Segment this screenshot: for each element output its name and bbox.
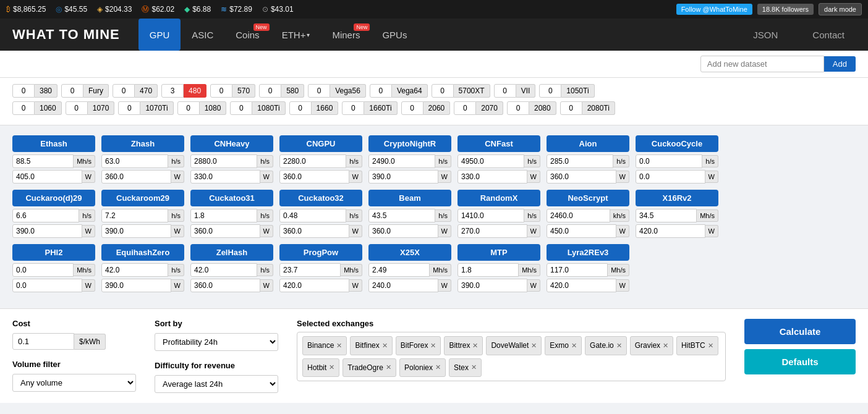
gpu-count-1070[interactable] [66,101,88,115]
gpu-count-1050ti[interactable] [539,84,561,98]
algo-button-aion[interactable]: Aion [547,135,629,152]
nav-miners[interactable]: Miners New [321,19,371,51]
algo-button-cuckatoo31[interactable]: Cuckatoo31 [190,190,273,206]
sort-select[interactable]: Profitability 24h [155,333,278,351]
algo-watt-cnheavy[interactable] [190,170,260,184]
follow-button[interactable]: Follow @WhatToMine [676,4,752,15]
gpu-count-580[interactable] [259,84,281,98]
defaults-button[interactable]: Defaults [744,349,856,374]
gpu-label-1080ti[interactable]: 1080Ti [252,101,285,115]
algo-button-cngpu[interactable]: CNGPU [279,135,362,152]
gpu-label-1070ti[interactable]: 1070Ti [140,101,173,115]
algo-hashrate-cuckarood29[interactable] [12,209,79,222]
algo-watt-neoscrypt[interactable] [547,224,616,238]
gpu-label-2080[interactable]: 2080 [529,101,556,115]
gpu-count-vega56[interactable] [308,84,330,98]
algo-button-zhash[interactable]: Zhash [101,135,184,152]
algo-button-cnfast[interactable]: CNFast [457,135,540,152]
algo-hashrate-lyra2rev3[interactable] [547,263,608,277]
algo-button-cuckatoo32[interactable]: Cuckatoo32 [279,190,362,206]
gpu-label-1660[interactable]: 1660 [312,101,339,115]
algo-button-x25x[interactable]: X25X [368,244,451,261]
exchange-remove[interactable]: ✕ [336,342,342,350]
algo-hashrate-zhash[interactable] [101,154,168,168]
gpu-count-1080[interactable] [177,101,200,115]
cost-input[interactable] [12,333,74,350]
algo-watt-zelhash[interactable] [190,279,260,292]
gpu-count-1060[interactable] [12,101,35,115]
exchange-remove[interactable]: ✕ [571,342,577,350]
gpu-label-2070[interactable]: 2070 [476,101,503,115]
algo-button-phi2[interactable]: PHI2 [12,244,95,261]
gpu-label-2060[interactable]: 2060 [423,101,451,115]
algo-button-cuckarood29[interactable]: Cuckaroo(d)29 [12,190,95,206]
algo-hashrate-cryptonightr[interactable] [368,154,435,168]
gpu-label-1060[interactable]: 1060 [35,101,62,115]
exchange-remove[interactable]: ✕ [471,363,477,371]
algo-hashrate-cuckoocycle[interactable] [636,154,702,168]
gpu-count-480[interactable] [161,84,184,98]
algo-watt-lyra2rev3[interactable] [547,279,616,292]
gpu-label-vii[interactable]: VII [516,84,536,98]
gpu-count-5700xt[interactable] [432,84,454,98]
exchange-remove[interactable]: ✕ [435,363,441,371]
algo-hashrate-phi2[interactable] [12,263,74,277]
dark-mode-button[interactable]: dark mode [819,3,862,15]
gpu-count-1660[interactable] [289,101,312,115]
exchange-remove[interactable]: ✕ [531,342,537,350]
exchange-remove[interactable]: ✕ [329,363,334,371]
gpu-count-570[interactable] [210,84,232,98]
algo-watt-phi2[interactable] [12,279,82,292]
exchange-remove[interactable]: ✕ [430,342,436,350]
algo-watt-x16rv2[interactable] [636,224,705,238]
gpu-count-2070[interactable] [454,101,476,115]
algo-watt-cryptonightr[interactable] [368,170,438,184]
add-dataset-button[interactable]: Add [824,56,856,72]
difficulty-select[interactable]: Average last 24h [155,375,278,393]
algo-hashrate-x16rv2[interactable] [636,209,697,222]
algo-watt-cuckatoo32[interactable] [279,224,349,238]
gpu-count-2080[interactable] [507,101,529,115]
gpu-label-fury[interactable]: Fury [83,84,109,98]
algo-watt-x25x[interactable] [368,279,438,292]
algo-hashrate-cuckaroom29[interactable] [101,209,168,222]
algo-button-randomx[interactable]: RandomX [457,190,540,206]
gpu-label-480[interactable]: 480 [184,84,206,98]
nav-contact[interactable]: Contact [801,19,856,51]
nav-gpu[interactable]: GPU [138,19,181,51]
algo-watt-cuckarood29[interactable] [12,224,82,238]
algo-button-beam[interactable]: Beam [368,190,451,206]
algo-hashrate-randomx[interactable] [457,209,524,222]
gpu-label-570[interactable]: 570 [232,84,255,98]
gpu-label-vega64[interactable]: Vega64 [392,84,428,98]
algo-hashrate-cngpu[interactable] [279,154,346,168]
volume-select[interactable]: Any volume [12,374,136,392]
exchange-remove[interactable]: ✕ [663,342,668,350]
exchange-remove[interactable]: ✕ [708,342,713,350]
algo-watt-cnfast[interactable] [457,170,527,184]
algo-hashrate-cnfast[interactable] [457,154,524,168]
algo-hashrate-x25x[interactable] [368,263,430,277]
algo-hashrate-zelhash[interactable] [190,263,257,277]
gpu-label-1080[interactable]: 1080 [200,101,227,115]
algo-button-progpow[interactable]: ProgPow [279,244,362,261]
algo-button-cuckoocycle[interactable]: CuckooCycle [636,135,718,152]
gpu-count-1070ti[interactable] [118,101,140,115]
algo-hashrate-progpow[interactable] [279,263,341,277]
site-logo[interactable]: WHAT TO MINE [12,27,120,43]
calculate-button[interactable]: Calculate [744,319,856,344]
algo-button-equihashzero[interactable]: EquihashZero [101,244,184,261]
algo-watt-cuckoocycle[interactable] [636,170,705,184]
gpu-count-380[interactable] [12,84,35,98]
nav-json[interactable]: JSON [742,19,789,51]
gpu-count-vega64[interactable] [370,84,392,98]
gpu-label-580[interactable]: 580 [281,84,304,98]
algo-hashrate-equihashzero[interactable] [101,263,168,277]
gpu-count-2080ti[interactable] [560,101,582,115]
algo-button-cryptonightr[interactable]: CryptoNightR [368,135,451,152]
algo-hashrate-cuckatoo32[interactable] [279,209,346,222]
gpu-label-470[interactable]: 470 [135,84,158,98]
gpu-count-1660ti[interactable] [342,101,364,115]
algo-hashrate-beam[interactable] [368,209,435,222]
exchange-remove[interactable]: ✕ [382,342,388,350]
